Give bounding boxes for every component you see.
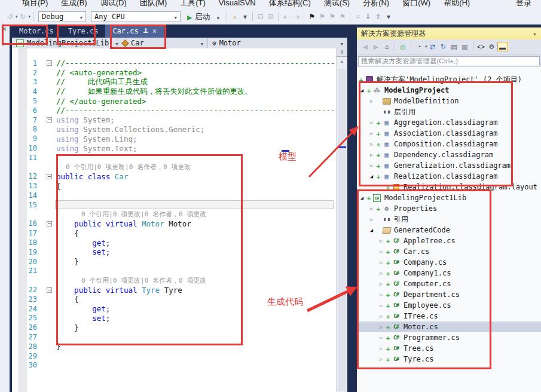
chevron-collapsed-icon[interactable]: ▷ [368,99,375,104]
tree-item-modelingproject[interactable]: ◢+ModelingProject [357,85,541,96]
tree-item-aggregation-classdiagram[interactable]: ▷+Aggregation.classdiagram [357,117,541,128]
chevron-collapsed-icon[interactable]: ▷ [377,357,385,362]
code-line[interactable]: 6//-------------------------------------… [12,106,336,115]
chevron-collapsed-icon[interactable]: ▷ [377,303,385,308]
tree-item-programmer-cs[interactable]: ▷+Programmer.cs [357,332,541,343]
tab-motor-cs[interactable]: Motor.cs [12,24,61,38]
breadcrumb-member-dropdown[interactable]: Motor [208,38,347,48]
codelens-row[interactable]: 0 个引用|0 项更改|0 名作者，0 项更改 [12,210,336,219]
tree-item-realization-classdiagram-layout[interactable]: +Realization.classdiagram.layout [357,182,541,192]
chevron-collapsed-icon[interactable]: ▷ [368,217,375,222]
code-line[interactable]: 25 set; [12,314,336,323]
tree-item-employee-cs[interactable]: ▷+Employee.cs [357,300,541,311]
tree-item-modelingproject1lib[interactable]: ◢+ModelingProject1Lib [357,192,541,203]
chevron-down-icon[interactable] [529,29,537,38]
tree-item-composition-classdiagram[interactable]: ▷+Composition.classdiagram [357,139,541,149]
code-line[interactable]: 23 { [12,295,336,304]
code-line[interactable]: 17 { [12,228,336,238]
close-icon[interactable] [152,27,157,35]
toolbar-overflow2-icon[interactable]: ▾ [383,13,393,21]
breadcrumb-project-dropdown[interactable]: C# ModelingProject1Lib [12,38,118,48]
menu-item[interactable]: 分析(N) [356,0,396,6]
sync-selection-icon[interactable]: ⇄ [427,42,438,51]
tree-item-modeldefinition[interactable]: ▷ModelDefinition [357,96,541,106]
chevron-expanded-icon[interactable]: ◢ [368,227,375,233]
solution-explorer-titlebar[interactable]: 解决方案资源管理器 [357,27,541,39]
chevron-collapsed-icon[interactable]: ▷ [368,131,375,136]
code-line[interactable]: 15 [12,200,336,210]
tree-item-association-classdiagram[interactable]: ▷+Association.classdiagram [357,128,541,139]
code-line[interactable]: 27 [12,332,336,342]
code-line[interactable]: 29 [12,351,336,361]
code-line[interactable]: 10using System.Text; [12,143,336,153]
code-line[interactable]: 11 [12,153,336,163]
chevron-collapsed-icon[interactable]: ▷ [368,206,375,212]
bookmark-icon[interactable]: ⚑ [307,13,317,21]
code-line[interactable]: 26 } [12,323,336,332]
menu-item[interactable]: 窗口(W) [396,0,437,6]
chevron-expanded-icon[interactable]: ◢ [358,87,366,93]
chevron-collapsed-icon[interactable]: ▷ [368,163,375,169]
tree-item-generalization-classdiagram[interactable]: ▷+Generalization.classdiagram [357,160,541,171]
tree-item-department-cs[interactable]: ▷+Department.cs [357,289,541,300]
platform-combo[interactable]: Any CPU [91,11,181,22]
chevron-collapsed-icon[interactable]: ▷ [377,238,385,244]
code-line[interactable]: 7using System; [12,115,336,125]
codelens-label[interactable]: 0 个引用|0 项更改|0 名作者，0 项更改 [81,210,206,219]
menu-item[interactable]: 调试(D) [94,0,133,6]
splitter-handle-icon[interactable]: ⇕ [337,48,347,57]
find-in-solution-explorer-icon[interactable]: ⌕ [230,13,240,21]
chevron-collapsed-icon[interactable]: ▷ [377,281,385,287]
navigate-down-icon[interactable]: ⇩ [363,13,373,21]
tree-item-car-cs[interactable]: ▷+Car.cs [357,246,541,257]
code-line[interactable]: 9using System.Linq; [12,134,336,143]
tree-item-tyre-cs[interactable]: ▷+Tyre.cs [357,354,541,365]
collapse-all-icon[interactable]: ▤ [449,42,460,51]
code-line[interactable]: 28} [12,342,336,351]
chevron-collapsed-icon[interactable]: ▷ [377,292,385,298]
start-debug-button[interactable]: 启动 [187,11,220,22]
codelens-row[interactable]: 0 个引用|0 项更改|0 名作者，0 项更改 [12,163,336,172]
code-editor[interactable]: 1//-------------------------------------… [12,48,336,392]
pending-changes-filter-icon[interactable]: ◎ [398,42,408,51]
tree-item-generatedcode[interactable]: ◢GeneratedCode [357,225,541,235]
properties-icon[interactable]: ⚙ [487,42,497,51]
code-line[interactable]: 16 public virtual Motor Motor [12,219,336,229]
code-line[interactable]: 8using System.Collections.Generic; [12,125,336,134]
code-line[interactable]: 4// 如果重新生成代码，将丢失对此文件所做的更改。 [12,87,336,96]
tree-item-dependency-classdiagram[interactable]: ▷+Dependency.classdiagram [357,149,541,160]
scrollbar-thumb[interactable] [338,69,346,391]
tab-car-cs[interactable]: Car.cs [105,24,164,38]
code-line[interactable]: 3// 此代码由工具生成 [12,78,336,87]
tree-item-itree-cs[interactable]: ▷+ITree.cs [357,311,541,321]
tree-item-motor-cs[interactable]: ▷+Motor.cs [357,321,541,332]
codelens-row[interactable]: 0 个引用|0 项更改|0 名作者，0 项更改 [12,275,336,285]
navigate-up-icon[interactable]: ⇧ [373,13,383,21]
menu-item[interactable]: 项目(P) [16,0,54,6]
menu-item[interactable]: 团队(M) [133,0,174,6]
chevron-collapsed-icon[interactable]: ▷ [377,271,385,276]
preview-selected-icon[interactable]: ▬ [497,42,508,51]
code-line[interactable]: 30 [12,361,336,370]
chevron-collapsed-icon[interactable]: ▷ [377,324,385,330]
search-input[interactable] [358,56,540,66]
chevron-expanded-icon[interactable]: ◢ [368,173,375,179]
menu-item[interactable]: 帮助(H) [437,0,476,6]
show-all-files-icon[interactable]: ▥ [460,42,470,51]
code-line[interactable]: 14 [12,191,336,200]
menu-item[interactable]: 生成(B) [54,0,93,6]
editor-scrollbar[interactable]: ⇕ ▲ [336,48,347,392]
collapse-icon[interactable] [47,174,52,179]
menu-item[interactable]: 工具(T) [173,0,212,6]
code-line[interactable]: 20 } [12,257,336,267]
menu-item[interactable]: VisualSVN [212,0,262,6]
view-code-icon[interactable]: <> [476,42,487,51]
chevron-collapsed-icon[interactable]: ▷ [368,142,375,147]
scroll-up-icon[interactable]: ▲ [337,57,347,63]
tree-item-层引用[interactable]: 层引用 [357,106,541,117]
code-line[interactable]: 22 public virtual Tyre Tyre [12,285,336,295]
tree-item-computer-cs[interactable]: ▷+Computer.cs [357,278,541,289]
home-icon[interactable]: ⌂ [381,42,392,51]
tree-item-tree-cs[interactable]: ▷+Tree.cs [357,343,541,354]
tree-item-引用[interactable]: ▷引用 [357,214,541,225]
